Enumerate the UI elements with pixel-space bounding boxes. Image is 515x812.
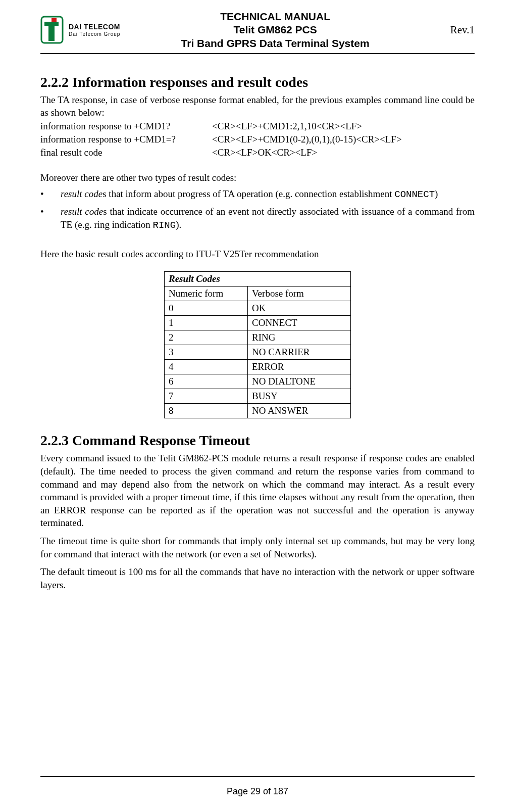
section-223-p2: The timeout time is quite short for comm… bbox=[40, 535, 475, 560]
info-row: final result code <CR><LF>OK<CR><LF> bbox=[40, 147, 475, 158]
bullet-text: s that inform about progress of TA opera… bbox=[102, 188, 394, 199]
section-223-heading: 2.2.3 Command Response Timeout bbox=[40, 433, 475, 449]
table-title: Result Codes bbox=[165, 272, 351, 286]
bullet-mono: RING bbox=[153, 220, 176, 231]
info-value: <CR><LF>+CMD1:2,1,10<CR><LF> bbox=[212, 121, 475, 132]
header-title-line3: Tri Band GPRS Data Terminal System bbox=[120, 37, 430, 50]
logo-text: DAI TELECOM Dai Telecom Group bbox=[69, 23, 120, 36]
info-label: information response to +CMD1=? bbox=[40, 134, 212, 145]
footer-page-number: Page 29 of 187 bbox=[40, 786, 475, 797]
bullet-item: result codes that inform about progress … bbox=[40, 187, 475, 202]
table-row: 2 RING bbox=[165, 330, 351, 345]
info-label: final result code bbox=[40, 147, 212, 158]
cell-verbose: BUSY bbox=[248, 389, 351, 404]
section-222-heading: 2.2.2 Information responses and result c… bbox=[40, 74, 475, 90]
info-row: information response to +CMD1? <CR><LF>+… bbox=[40, 121, 475, 132]
cell-numeric: 4 bbox=[165, 360, 248, 374]
cell-verbose: NO DIALTONE bbox=[248, 374, 351, 389]
table-row: 3 NO CARRIER bbox=[165, 345, 351, 360]
table-header-col2: Verbose form bbox=[248, 286, 351, 301]
cell-numeric: 0 bbox=[165, 301, 248, 316]
bullet-text: s that indicate occurrence of an event n… bbox=[61, 206, 475, 230]
logo-line2: Dai Telecom Group bbox=[69, 31, 120, 37]
section-222-basic-intro: Here the basic result codes according to… bbox=[40, 248, 475, 261]
bullet-italic: result code bbox=[61, 188, 102, 199]
section-222-intro: The TA response, in case of verbose resp… bbox=[40, 93, 475, 119]
cell-numeric: 1 bbox=[165, 316, 248, 330]
cell-numeric: 8 bbox=[165, 404, 248, 418]
bullet-tail: ). bbox=[176, 219, 181, 230]
cell-verbose: OK bbox=[248, 301, 351, 316]
cell-numeric: 7 bbox=[165, 389, 248, 404]
header-title-line2: Telit GM862 PCS bbox=[120, 23, 430, 36]
logo-block: DAI TELECOM Dai Telecom Group bbox=[40, 16, 120, 44]
page-footer: Page 29 of 187 bbox=[40, 776, 475, 797]
result-codes-table: Result Codes Numeric form Verbose form 0… bbox=[164, 271, 351, 418]
bullet-list: result codes that inform about progress … bbox=[40, 187, 475, 232]
table-row: 4 ERROR bbox=[165, 360, 351, 374]
footer-divider bbox=[40, 776, 475, 777]
info-label: information response to +CMD1? bbox=[40, 121, 212, 132]
table-row: 7 BUSY bbox=[165, 389, 351, 404]
bullet-tail: ) bbox=[435, 188, 438, 199]
section-223-p1: Every command issued to the Telit GM862-… bbox=[40, 452, 475, 530]
table-header-col1: Numeric form bbox=[165, 286, 248, 301]
logo-line1: DAI TELECOM bbox=[69, 23, 120, 31]
info-value: <CR><LF>OK<CR><LF> bbox=[212, 147, 475, 158]
cell-verbose: ERROR bbox=[248, 360, 351, 374]
cell-numeric: 6 bbox=[165, 374, 248, 389]
svg-rect-2 bbox=[44, 22, 59, 26]
table-row: 6 NO DIALTONE bbox=[165, 374, 351, 389]
header-revision: Rev.1 bbox=[430, 24, 475, 36]
cell-verbose: NO CARRIER bbox=[248, 345, 351, 360]
logo-icon bbox=[40, 16, 64, 44]
bullet-italic: result code bbox=[61, 206, 103, 217]
info-value: <CR><LF>+CMD1(0-2),(0,1),(0-15)<CR><LF> bbox=[212, 134, 475, 145]
section-223-p3: The default timeout is 100 ms for all th… bbox=[40, 565, 475, 591]
bullet-mono: CONNECT bbox=[394, 189, 435, 200]
table-row: 8 NO ANSWER bbox=[165, 404, 351, 418]
cell-numeric: 2 bbox=[165, 330, 248, 345]
cell-numeric: 3 bbox=[165, 345, 248, 360]
bullet-item: result codes that indicate occurrence of… bbox=[40, 205, 475, 232]
table-row: 1 CONNECT bbox=[165, 316, 351, 330]
table-row: 0 OK bbox=[165, 301, 351, 316]
cell-verbose: CONNECT bbox=[248, 316, 351, 330]
page-header: DAI TELECOM Dai Telecom Group TECHNICAL … bbox=[40, 10, 475, 54]
cell-verbose: NO ANSWER bbox=[248, 404, 351, 418]
section-222-moreover: Moreover there are other two types of re… bbox=[40, 171, 475, 184]
cell-verbose: RING bbox=[248, 330, 351, 345]
header-title: TECHNICAL MANUAL Telit GM862 PCS Tri Ban… bbox=[120, 10, 430, 50]
info-row: information response to +CMD1=? <CR><LF>… bbox=[40, 134, 475, 145]
header-title-line1: TECHNICAL MANUAL bbox=[120, 10, 430, 23]
svg-rect-3 bbox=[48, 26, 55, 41]
